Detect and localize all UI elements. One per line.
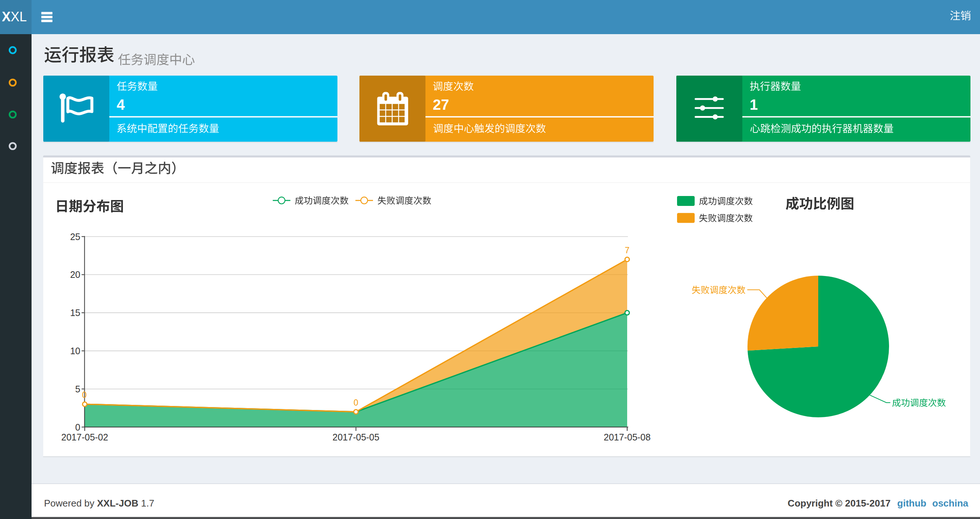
svg-text:XXL: XXL (2, 9, 27, 24)
svg-text:20: 20 (70, 270, 80, 280)
svg-text:2017-05-08: 2017-05-08 (604, 432, 651, 442)
svg-text:7: 7 (625, 246, 630, 255)
svg-text:0: 0 (75, 422, 80, 433)
svg-text:0: 0 (82, 390, 87, 400)
svg-text:1: 1 (750, 97, 758, 113)
svg-text:15: 15 (70, 308, 80, 318)
svg-text:5: 5 (75, 384, 80, 394)
svg-text:Copyright © 2015-2017githubosc: Copyright © 2015-2017githuboschina (788, 498, 969, 509)
svg-text:25: 25 (70, 232, 80, 242)
svg-text:2017-05-02: 2017-05-02 (61, 432, 108, 442)
svg-text:Powered by XXL-JOB 1.7: Powered by XXL-JOB 1.7 (44, 498, 154, 509)
svg-text:2017-05-05: 2017-05-05 (332, 432, 380, 442)
svg-text:10: 10 (70, 346, 80, 356)
svg-text:4: 4 (117, 97, 125, 113)
svg-text:0: 0 (353, 398, 358, 407)
svg-text:27: 27 (433, 97, 449, 113)
